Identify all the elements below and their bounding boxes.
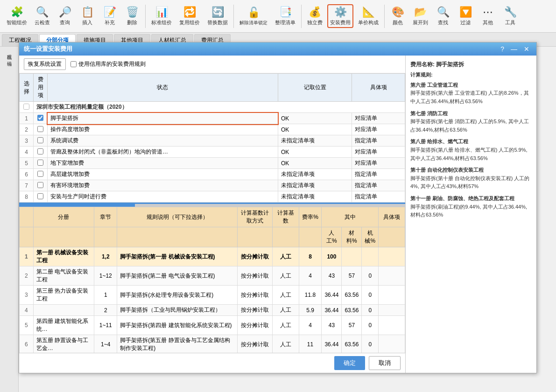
table-row[interactable]: 4 管廊及整体封闭式（非盖板封闭）地沟的管道… OK 对应清单: [20, 147, 405, 158]
row-8-checkbox[interactable]: [37, 193, 43, 199]
row-checkbox-cell-8[interactable]: [34, 191, 48, 203]
fuyongzujia-icon: 🔁: [183, 6, 196, 18]
row-1-checkbox[interactable]: [37, 115, 43, 121]
use-credit-label[interactable]: 使用信用库的安装费用规则: [70, 60, 146, 68]
lower-row-rate: 11: [299, 335, 322, 353]
right-section-2: 第七册 消防工程 脚手架搭拆(第七册 消防工程) 人工的5.9%, 其中人工占3…: [410, 110, 532, 134]
table-row[interactable]: 3 系统调试费 未指定清单项 指定清单: [20, 135, 405, 147]
row-checkbox-cell-3[interactable]: [34, 135, 48, 147]
toolbar-label-zhengli: 整理清单: [275, 19, 296, 26]
lower-header-rule: 规则说明（可下拉选择）: [117, 207, 238, 227]
group-checkbox[interactable]: [23, 104, 29, 110]
row-checkbox-cell-5[interactable]: [34, 158, 48, 169]
gongju-icon: 🔧: [504, 6, 517, 18]
right-section-5: 第十一册 刷油、防腐蚀、绝热工程及配套工程 脚手架搭拆(刷油工程)的9.44%,…: [410, 195, 532, 219]
table-row[interactable]: 5 地下室增加费 OK 对应清单: [20, 158, 405, 169]
table-row[interactable]: 7 有害环境增加费 未指定清单项 指定清单: [20, 180, 405, 191]
toolbar-item-gongju[interactable]: 🔧 工具: [500, 4, 521, 28]
toolbar-item-danjia[interactable]: 📐 单价构成: [355, 4, 381, 28]
lower-row-specific: [379, 305, 405, 316]
dialog-help-button[interactable]: ?: [498, 45, 507, 53]
toolbar-item-chazhao[interactable]: 🔍 查找: [433, 4, 453, 28]
toolbar-item-fuyongzujia[interactable]: 🔁 复用组价: [176, 4, 203, 28]
upper-header-select: 选择: [20, 74, 34, 102]
row-6-status: 未指定清单项: [278, 169, 352, 180]
toolbar-item-zhankai[interactable]: 📂 展开到: [410, 4, 431, 28]
row-3-checkbox[interactable]: [37, 137, 43, 143]
row-4-checkbox[interactable]: [37, 148, 43, 154]
row-2-checkbox[interactable]: [37, 126, 43, 132]
lower-table-row[interactable]: 1 第一册 机械设备安装工程 1,2 脚手架搭拆(第一册 机械设备安装工程) 按…: [20, 247, 405, 266]
row-num-2: 2: [20, 124, 34, 135]
row-5-position: 对应清单: [352, 158, 405, 169]
lower-row-specific: [379, 316, 405, 335]
toolbar-item-shanchu[interactable]: 🗑️ 删除: [122, 4, 142, 28]
table-row[interactable]: 深圳市安装工程消耗量定额（2020）: [20, 102, 405, 113]
cancel-button[interactable]: 取消: [369, 356, 401, 370]
dialog-minimize-button[interactable]: —: [508, 45, 520, 53]
toolbar-item-yanse[interactable]: 🎨 颜色: [387, 4, 408, 28]
section-title-1: 第六册 工业管道工程: [410, 81, 532, 90]
toolbar-item-guolv[interactable]: 🔽 过滤: [455, 4, 476, 28]
lower-table-row[interactable]: 3 第三册 热力设备安装工程 1 脚手架搭拆(水处理专用设备安装工程) 按分摊计…: [20, 286, 405, 305]
row-checkbox-cell-2[interactable]: [34, 124, 48, 135]
restore-button[interactable]: 恢复系统设置: [24, 58, 66, 70]
toolbar-item-chaxun[interactable]: 🔎 查询: [55, 4, 75, 28]
row-num-3: 3: [20, 135, 34, 147]
toolbar-item-charu[interactable]: 📋 插入: [77, 4, 98, 28]
table-row[interactable]: 2 操作高度增加费 OK 对应清单: [20, 124, 405, 135]
lower-table-row[interactable]: 6 第五册 静置设备与工艺金… 1~4 脚手架搭拆(第五册 静置设备与工艺金属结…: [20, 335, 405, 353]
row-7-label: 有害环境增加费: [48, 180, 278, 191]
row-checkbox-cell[interactable]: [20, 102, 34, 113]
dialog-close-button[interactable]: ✕: [521, 45, 532, 53]
toolbar-label-tihuan: 替换数据: [207, 19, 228, 26]
row-checkbox-cell-6[interactable]: [34, 169, 48, 180]
row-checkbox-cell-4[interactable]: [34, 147, 48, 158]
toolbar-item-zhengli[interactable]: 📑 整理清单: [272, 4, 298, 28]
toolbar-item-jiechu[interactable]: 🔓 解除清单锁定: [237, 5, 270, 28]
table-row[interactable]: 8 安装与生产同时进行费 未指定清单项 指定清单: [20, 191, 405, 203]
row-checkbox-cell-1[interactable]: [34, 113, 48, 124]
row-2-position: 对应清单: [352, 124, 405, 135]
lower-header-chapter: 章节: [94, 207, 117, 227]
toolbar-item-biaozhunzujia[interactable]: 📊 标准组价: [148, 4, 175, 28]
toolbar-item-yunjiancha[interactable]: 🔍 云检查: [32, 4, 53, 28]
toolbar-label-gongju: 工具: [505, 19, 515, 26]
row-7-checkbox[interactable]: [37, 182, 43, 188]
lower-row-machine: [362, 247, 379, 266]
row-8-label: 安装与生产同时进行费: [48, 191, 278, 203]
lower-row-rule: 脚手架搭拆(第四册 建筑智能化系统安装工程): [117, 316, 238, 335]
lower-row-machine: 0: [362, 286, 379, 305]
dialog-title-text: 统一设置安装费用: [24, 45, 72, 53]
use-credit-text: 使用信用库的安装费用规则: [78, 60, 146, 68]
use-credit-checkbox[interactable]: [70, 61, 77, 67]
lower-table-row[interactable]: 4 2 脚手架搭拆（工业与民用锅炉安装工程） 按分摊计取 人工 5.9 36.4…: [20, 305, 405, 316]
dialog-title-bar: 统一设置安装费用 ? — ✕: [19, 42, 536, 56]
confirm-button[interactable]: 确定: [334, 356, 365, 370]
section-title-5: 第十一册 刷油、防腐蚀、绝热工程及配套工程: [410, 195, 532, 203]
right-section-1: 第六册 工业管道工程 脚手架搭拆(第六册 工业管道工程) 人工的8.26%，其中…: [410, 81, 532, 106]
toolbar-item-anzhuang[interactable]: ⚙️ 安装费用: [327, 4, 353, 28]
row-5-checkbox[interactable]: [37, 160, 43, 166]
toolbar-item-buchong[interactable]: 📝 补充: [99, 4, 120, 28]
toolbar-item-zhijianzujia[interactable]: 🧩 智能组价: [4, 4, 30, 28]
zhijianzujia-icon: 🧩: [11, 6, 23, 18]
table-row[interactable]: 6 高层建筑增加费 未指定清单项 指定清单: [20, 169, 405, 180]
lower-row-rule: 脚手架搭拆(第一册 机械设备安装工程): [117, 247, 238, 266]
toolbar-label-buchong: 补充: [105, 19, 115, 26]
toolbar-item-duli[interactable]: 💰 独立费: [304, 4, 325, 28]
dialog-body: 恢复系统设置 使用信用库的安装费用规则 选择 费用项 状态 记取位置 具: [19, 56, 536, 373]
toolbar-item-qita[interactable]: ⋯ 其他: [478, 4, 498, 28]
row-6-checkbox[interactable]: [37, 171, 43, 177]
lower-table-row[interactable]: 5 第四册 建筑智能化系统… 1~11 脚手架搭拆(第四册 建筑智能化系统安装工…: [20, 316, 405, 335]
lower-row-specific: [379, 247, 405, 266]
toolbar-item-tihuan[interactable]: 🔄 替换数据: [204, 4, 231, 28]
lower-row-specific: [379, 266, 405, 286]
left-sidebar: 程概况 编码: [0, 47, 19, 392]
lower-table-row[interactable]: 2 第二册 电气设备安装工程 1~12 脚手架搭拆(第二册 电气设备安装工程) …: [20, 266, 405, 286]
lower-row-num: 5: [20, 316, 34, 335]
fee-name-display: 费用名称: 脚手架搭拆: [410, 60, 532, 69]
row-checkbox-cell-7[interactable]: [34, 180, 48, 191]
table-row[interactable]: 1 脚手架搭拆 OK 对应清单: [20, 113, 405, 124]
lower-row-chapter: 1~4: [94, 335, 117, 353]
